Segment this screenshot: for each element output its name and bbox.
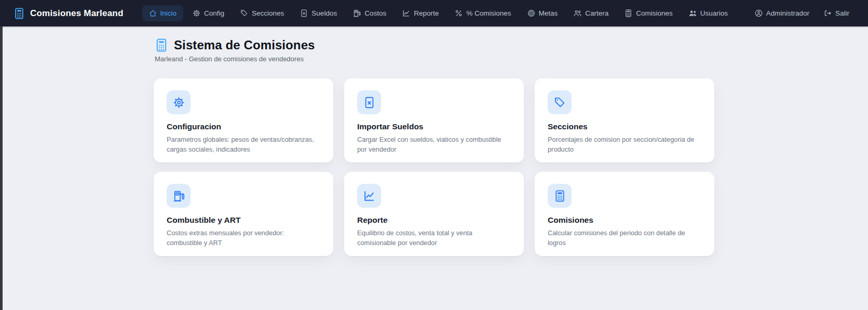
card-description: Porcentajes de comision por seccion/cate… xyxy=(548,135,701,154)
nav-menu: Inicio Config Secciones Sueldos xyxy=(142,5,735,21)
card-description: Costos extras mensuales por vendedor: co… xyxy=(167,228,320,248)
nav-item-usuarios[interactable]: Usuarios xyxy=(682,5,735,21)
card-reporte[interactable]: Reporte Equilibrio de costos, venta tota… xyxy=(344,172,524,256)
bullseye-icon xyxy=(527,9,535,17)
card-combustible-art[interactable]: Combustible y ART Costos extras mensuale… xyxy=(154,172,333,256)
calculator-icon xyxy=(155,38,168,52)
house-icon xyxy=(149,9,157,17)
card-title: Combustible y ART xyxy=(167,215,320,225)
file-excel-icon xyxy=(357,90,381,114)
calculator-icon xyxy=(548,184,572,208)
card-comisiones[interactable]: Comisiones Calcular comisiones del perio… xyxy=(535,172,714,256)
nav-item-label: Reporte xyxy=(414,9,439,17)
users-icon xyxy=(689,9,697,17)
nav-item-sueldos[interactable]: Sueldos xyxy=(293,5,344,21)
card-title: Configuracion xyxy=(167,122,320,131)
nav-item-comisiones[interactable]: Comisiones xyxy=(618,5,680,21)
user-menu[interactable]: Administrador xyxy=(750,5,815,21)
nav-item-label: Cartera xyxy=(585,9,608,17)
nav-item-label: Metas xyxy=(539,9,558,17)
card-configuracion[interactable]: Configuracion Parametros globales: pesos… xyxy=(154,78,333,163)
card-title: Reporte xyxy=(357,215,511,225)
page-header: Sistema de Comisiones Marleand - Gestion… xyxy=(155,38,714,63)
graph-up-icon xyxy=(357,184,381,208)
nav-item-label: Costos xyxy=(364,9,386,17)
nav-item-cartera[interactable]: Cartera xyxy=(567,5,615,21)
page-title: Sistema de Comisiones xyxy=(174,38,315,52)
nav-item-config[interactable]: Config xyxy=(186,5,231,21)
calculator-icon xyxy=(625,9,632,17)
logout-icon xyxy=(824,9,832,17)
nav-item-label: Secciones xyxy=(252,9,284,17)
fuel-pump-icon xyxy=(353,9,361,17)
card-description: Cargar Excel con sueldos, viaticos y com… xyxy=(357,135,511,154)
percent-icon xyxy=(455,9,463,17)
nav-item-label: % Comisiones xyxy=(466,9,511,17)
tags-icon xyxy=(548,90,572,114)
top-navbar: Comisiones Marleand Inicio Config Seccio… xyxy=(0,0,868,26)
fuel-pump-icon xyxy=(167,184,191,208)
nav-item-metas[interactable]: Metas xyxy=(521,5,565,21)
tags-icon xyxy=(240,9,248,17)
people-icon xyxy=(574,9,581,17)
card-description: Calcular comisiones del periodo con deta… xyxy=(548,228,701,248)
user-label: Administrador xyxy=(766,9,809,17)
nav-right: Administrador Salir xyxy=(750,5,855,21)
nav-item-label: Inicio xyxy=(160,9,177,17)
card-importar-sueldos[interactable]: Importar Sueldos Cargar Excel con sueldo… xyxy=(344,78,524,163)
brand-title: Comisiones Marleand xyxy=(30,8,124,19)
main-content: Sistema de Comisiones Marleand - Gestion… xyxy=(154,26,714,256)
brand[interactable]: Comisiones Marleand xyxy=(13,8,124,19)
card-description: Equilibrio de costos, venta total y vent… xyxy=(357,228,511,248)
gear-icon xyxy=(193,9,200,17)
nav-item-label: Comisiones xyxy=(636,9,673,17)
app-root: Comisiones Marleand Inicio Config Seccio… xyxy=(0,0,868,310)
cards-grid: Configuracion Parametros globales: pesos… xyxy=(154,78,714,256)
card-title: Secciones xyxy=(548,122,701,131)
gear-icon xyxy=(167,90,191,114)
logout-label: Salir xyxy=(835,9,849,17)
nav-item-inicio[interactable]: Inicio xyxy=(142,5,184,21)
nav-item-costos[interactable]: Costos xyxy=(346,5,393,21)
nav-item-pct-comisiones[interactable]: % Comisiones xyxy=(448,5,518,21)
nav-item-label: Config xyxy=(204,9,224,17)
graph-up-icon xyxy=(402,9,410,17)
card-title: Importar Sueldos xyxy=(357,122,511,131)
file-excel-icon xyxy=(300,9,308,17)
card-secciones[interactable]: Secciones Porcentajes de comision por se… xyxy=(535,78,714,163)
person-circle-icon xyxy=(755,9,763,17)
nav-item-label: Sueldos xyxy=(311,9,337,17)
left-edge-strip xyxy=(0,26,3,310)
nav-item-reporte[interactable]: Reporte xyxy=(396,5,445,21)
card-title: Comisiones xyxy=(548,215,701,225)
page-subtitle: Marleand - Gestion de comisiones de vend… xyxy=(155,55,714,63)
nav-item-label: Usuarios xyxy=(700,9,728,17)
calculator-icon xyxy=(13,8,25,19)
nav-item-secciones[interactable]: Secciones xyxy=(234,5,291,21)
logout-button[interactable]: Salir xyxy=(819,5,855,21)
card-description: Parametros globales: pesos de ventas/cob… xyxy=(167,135,320,154)
